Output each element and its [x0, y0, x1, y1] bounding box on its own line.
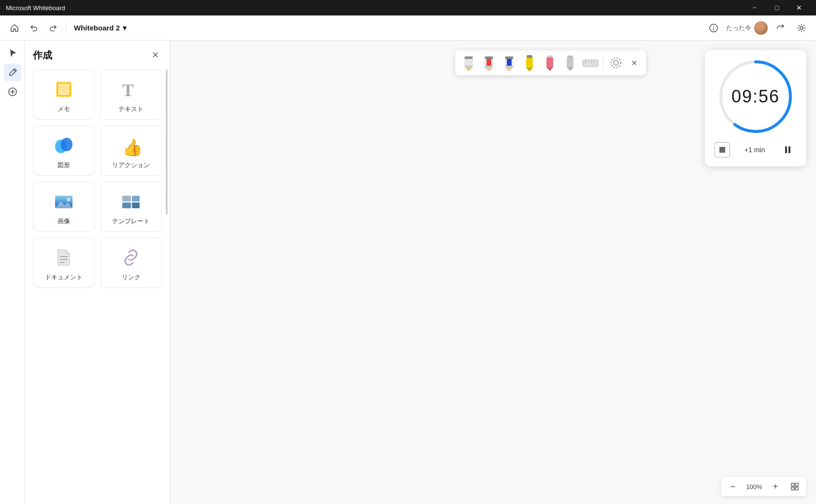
svg-rect-22: [132, 202, 140, 208]
svg-point-56: [611, 58, 621, 68]
svg-rect-21: [122, 202, 131, 208]
svg-point-3: [800, 27, 803, 29]
panel-item-template[interactable]: テンプレート: [100, 182, 162, 232]
timer-pause-button[interactable]: [779, 141, 797, 158]
timer-display: 09:56: [731, 86, 780, 107]
settings-button[interactable]: [793, 19, 810, 37]
eraser-tool[interactable]: [560, 53, 580, 72]
draw-divider: [603, 56, 603, 70]
svg-rect-60: [791, 487, 794, 490]
title-bar: Microsoft Whiteboard － □ ✕: [0, 0, 816, 15]
drawing-toolbar-close-button[interactable]: ✕: [627, 55, 642, 71]
pause-bar-left: [785, 146, 787, 153]
svg-line-4: [14, 70, 15, 72]
panel-item-reaction[interactable]: 👍 リアクション: [100, 126, 162, 176]
text-label: テキスト: [118, 105, 143, 114]
timestamp-text: たった今: [726, 24, 751, 32]
svg-rect-40: [505, 66, 513, 67]
panel-grid: メモ T テキスト 図形: [33, 70, 162, 288]
redo-button[interactable]: [44, 19, 62, 37]
svg-rect-19: [122, 196, 131, 202]
svg-point-18: [67, 198, 71, 202]
undo-button[interactable]: [25, 19, 43, 37]
zoom-out-button[interactable]: −: [725, 479, 741, 494]
memo-label: メモ: [57, 105, 70, 114]
home-button[interactable]: [6, 19, 23, 37]
svg-marker-31: [465, 67, 472, 71]
panel-item-shape[interactable]: 図形: [33, 126, 95, 176]
svg-point-1: [713, 26, 714, 27]
svg-rect-51: [583, 60, 598, 67]
left-sidebar: [0, 41, 25, 504]
pause-bar-right: [788, 146, 790, 153]
panel-title: 作成: [33, 49, 52, 62]
memo-icon: [52, 78, 75, 101]
panel-close-button[interactable]: ✕: [148, 48, 162, 62]
board-title-text: Whiteboard 2: [74, 24, 120, 32]
timer-widget: 09:56 +1 min: [705, 50, 806, 166]
svg-text:T: T: [122, 81, 134, 100]
ruler-tool[interactable]: [581, 53, 600, 72]
document-icon: [52, 246, 75, 269]
timer-controls: +1 min: [713, 141, 799, 158]
svg-rect-35: [485, 66, 493, 67]
main-toolbar: Whiteboard 2 ▾ たった今: [0, 15, 816, 41]
stop-icon: [719, 147, 725, 153]
svg-rect-30: [465, 66, 472, 67]
panel-item-link[interactable]: リンク: [100, 238, 162, 288]
pencil-red-tool[interactable]: [479, 53, 499, 72]
zoom-in-button[interactable]: +: [768, 479, 783, 494]
maximize-button[interactable]: □: [766, 0, 788, 15]
pencil-black-tool[interactable]: [459, 53, 478, 72]
select-tool-button[interactable]: [4, 44, 21, 62]
image-label: 画像: [57, 217, 70, 226]
share-button[interactable]: [772, 19, 789, 37]
reaction-label: リアクション: [112, 161, 150, 170]
link-label: リンク: [122, 273, 141, 282]
panel-item-document[interactable]: ドキュメント: [33, 238, 95, 288]
highlighter-yellow-tool[interactable]: [520, 53, 539, 72]
svg-rect-38: [505, 57, 513, 59]
shape-icon: [52, 134, 75, 157]
minimize-button[interactable]: －: [744, 0, 766, 15]
canvas-area[interactable]: ✕ 09:56 +1 min: [170, 41, 816, 504]
timer-stop-button[interactable]: [715, 142, 730, 158]
marker-pink-tool[interactable]: [540, 53, 559, 72]
svg-marker-36: [485, 67, 493, 71]
svg-point-57: [614, 60, 618, 65]
user-info: たった今: [726, 21, 768, 35]
link-icon: [119, 246, 143, 269]
reaction-icon: 👍: [119, 134, 143, 157]
panel-scrollbar[interactable]: [166, 70, 168, 215]
app-body: 作成 ✕ メモ T: [0, 41, 816, 504]
svg-rect-39: [507, 59, 512, 66]
svg-rect-59: [795, 483, 798, 486]
svg-marker-44: [526, 68, 533, 72]
image-icon: [52, 190, 75, 213]
panel-item-text[interactable]: T テキスト: [100, 70, 162, 120]
drawing-toolbar: ✕: [455, 50, 646, 75]
svg-rect-46: [546, 58, 553, 67]
panel-item-memo[interactable]: メモ: [33, 70, 95, 120]
fit-screen-button[interactable]: [787, 479, 802, 494]
svg-rect-27: [465, 57, 472, 59]
pencil-blue-tool[interactable]: [500, 53, 519, 72]
shape-label: 図形: [57, 161, 70, 170]
close-button[interactable]: ✕: [788, 0, 810, 15]
timer-add-minute-button[interactable]: +1 min: [741, 144, 769, 156]
lasso-select-tool[interactable]: [606, 53, 626, 72]
text-icon: T: [119, 78, 143, 101]
svg-rect-33: [485, 57, 493, 59]
board-title-button[interactable]: Whiteboard 2 ▾: [70, 22, 130, 34]
svg-rect-42: [527, 55, 532, 58]
add-content-button[interactable]: [4, 83, 21, 101]
pen-tool-button[interactable]: [4, 64, 21, 81]
svg-text:👍: 👍: [122, 138, 142, 156]
panel-item-image[interactable]: 画像: [33, 182, 95, 232]
info-button[interactable]: [705, 19, 722, 37]
svg-rect-48: [567, 56, 573, 58]
svg-rect-10: [58, 84, 70, 95]
bottom-toolbar: − 100% +: [721, 477, 806, 496]
zoom-level-display: 100%: [744, 483, 764, 490]
svg-point-13: [61, 138, 72, 151]
